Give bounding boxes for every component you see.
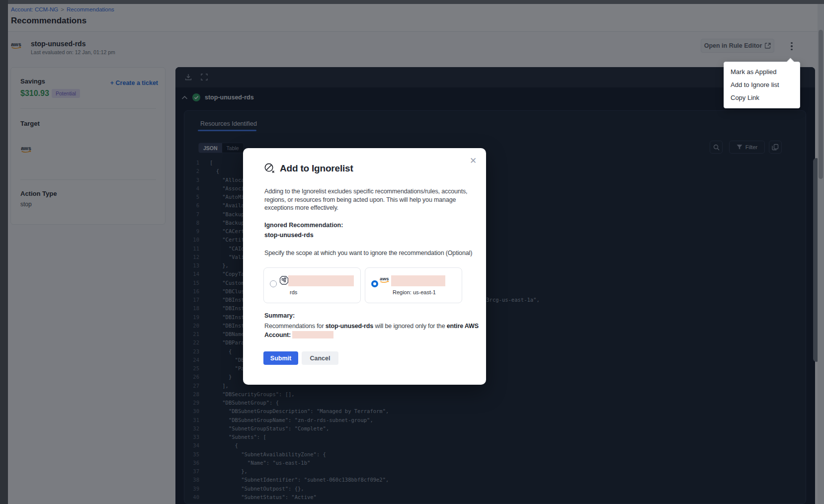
redacted-resource-name [288, 275, 354, 286]
collapsed-left-nav [0, 0, 8, 504]
actions-menu: Mark as Applied Add to Ignore list Copy … [724, 62, 800, 108]
ignore-icon [264, 163, 275, 174]
scope-options: rds aws Region: us-east-1 [263, 267, 462, 303]
close-icon[interactable]: ✕ [468, 156, 478, 166]
menu-item-add-to-ignore-list[interactable]: Add to Ignore list [724, 79, 800, 91]
menu-item-mark-as-applied[interactable]: Mark as Applied [724, 66, 800, 79]
scope-option-caption: rds [290, 289, 297, 295]
resource-service-icon [279, 275, 289, 286]
ignored-recommendation-label: Ignored Recommendation: [264, 222, 343, 229]
redacted-account-id [391, 275, 445, 286]
radio-resource[interactable] [270, 280, 277, 287]
aws-logo: aws [380, 275, 391, 284]
radio-account[interactable] [371, 280, 378, 287]
scope-option-account[interactable]: aws Region: us-east-1 [365, 267, 462, 303]
svg-text:aws: aws [380, 276, 389, 281]
modal-description: Adding to the Ignorelist excludes specif… [264, 187, 479, 212]
submit-button[interactable]: Submit [263, 351, 298, 365]
scope-option-caption: Region: us-east-1 [393, 289, 436, 295]
window-top-edge [0, 0, 824, 4]
scope-label: Specify the scope at which you want to i… [264, 249, 479, 257]
ignored-recommendation-value: stop-unused-rds [264, 232, 314, 239]
menu-item-copy-link[interactable]: Copy Link [724, 91, 800, 104]
redacted-account-id [292, 331, 333, 338]
modal-title: Add to Ignorelist [280, 163, 353, 174]
summary-label: Summary: [264, 312, 295, 319]
add-to-ignorelist-modal: ✕ Add to Ignorelist Adding to the Ignore… [243, 148, 486, 385]
summary-text: Recommendations for stop-unused-rds will… [264, 322, 481, 339]
cancel-button[interactable]: Cancel [302, 351, 338, 365]
scope-option-resource[interactable]: rds [263, 267, 361, 303]
